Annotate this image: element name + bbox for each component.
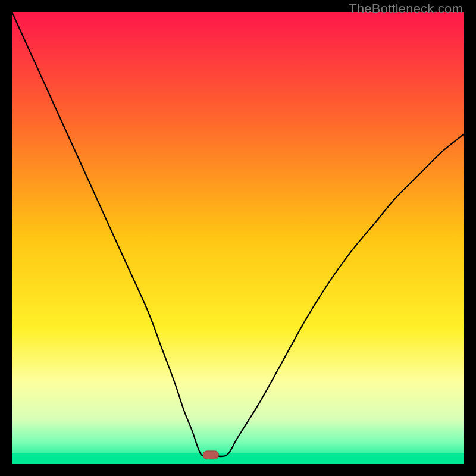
- gradient-background: [12, 12, 464, 464]
- green-base-band: [12, 453, 464, 464]
- optimal-point-marker: [203, 451, 218, 459]
- plot-area: [12, 12, 464, 464]
- bottleneck-chart: [12, 12, 464, 464]
- chart-canvas: TheBottleneck.com: [0, 0, 476, 476]
- watermark-text: TheBottleneck.com: [349, 1, 463, 17]
